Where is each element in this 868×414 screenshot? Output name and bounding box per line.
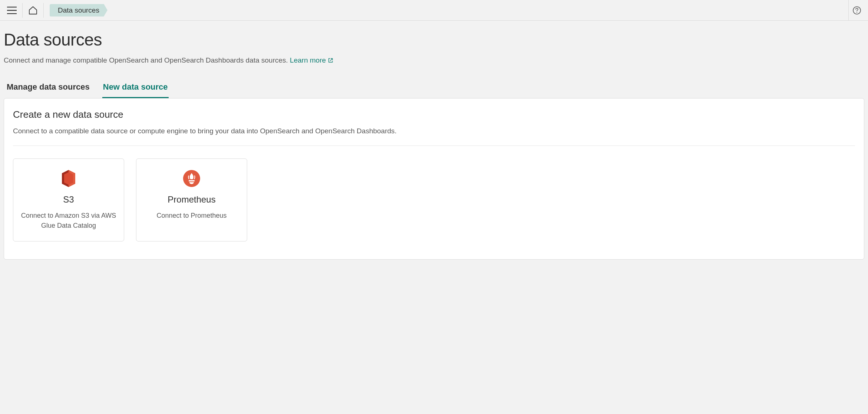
svg-rect-3 <box>189 180 195 182</box>
panel-subtitle: Connect to a compatible data source or c… <box>13 127 855 135</box>
card-title: S3 <box>21 194 116 205</box>
menu-button[interactable] <box>3 1 21 19</box>
card-title: Prometheus <box>144 194 239 205</box>
divider <box>43 3 44 18</box>
help-icon <box>853 6 861 14</box>
hamburger-icon <box>7 7 17 14</box>
card-desc: Connect to Amazon S3 via AWS Glue Data C… <box>21 211 116 231</box>
home-icon <box>29 6 37 14</box>
help-button[interactable] <box>849 1 865 19</box>
home-button[interactable] <box>24 1 42 19</box>
page-body: Data sources Connect and manage compatib… <box>0 21 868 274</box>
card-desc: Connect to Prometheus <box>144 211 239 221</box>
learn-more-text: Learn more <box>290 56 326 64</box>
breadcrumb-current[interactable]: Data sources <box>50 4 107 17</box>
tab-new-data-source[interactable]: New data source <box>102 79 169 98</box>
topbar-left: Data sources <box>3 0 107 20</box>
panel-title: Create a new data source <box>13 109 855 120</box>
cards-row: S3 Connect to Amazon S3 via AWS Glue Dat… <box>13 158 855 241</box>
card-prometheus[interactable]: Prometheus Connect to Prometheus <box>136 158 247 241</box>
svg-point-1 <box>857 12 857 13</box>
tabs: Manage data sources New data source <box>4 79 864 98</box>
page-title: Data sources <box>4 30 864 50</box>
divider <box>22 3 23 18</box>
create-panel: Create a new data source Connect to a co… <box>4 98 864 260</box>
prometheus-icon <box>144 169 239 188</box>
s3-icon <box>21 169 116 188</box>
external-link-icon <box>328 58 333 63</box>
topbar: Data sources <box>0 0 868 21</box>
page-subtitle: Connect and manage compatible OpenSearch… <box>4 56 864 64</box>
learn-more-link[interactable]: Learn more <box>290 56 333 64</box>
tab-manage-data-sources[interactable]: Manage data sources <box>6 79 90 98</box>
topbar-right <box>847 0 865 20</box>
card-s3[interactable]: S3 Connect to Amazon S3 via AWS Glue Dat… <box>13 158 124 241</box>
page-subtitle-text: Connect and manage compatible OpenSearch… <box>4 56 290 64</box>
panel-divider <box>13 146 855 146</box>
